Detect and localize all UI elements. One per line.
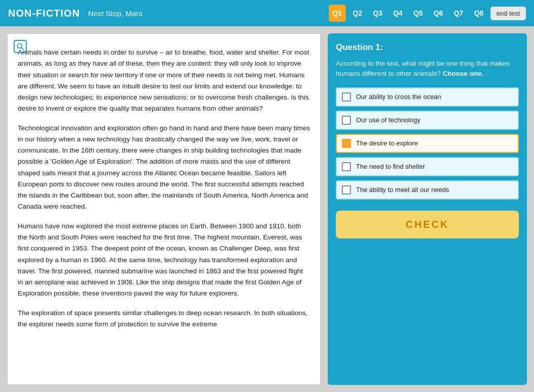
option-checkbox [342,185,351,194]
header: NON-FICTION Next Stop, Mars Q1Q2Q3Q4Q5Q6… [0,0,534,26]
reading-paragraph: Humans have now explored the most extrem… [18,221,310,300]
reading-paragraph: Animals have certain needs in order to s… [18,47,310,115]
svg-line-1 [21,47,23,50]
nav-button-q7[interactable]: Q7 [450,5,467,22]
option-label: Our ability to cross the ocean [356,93,441,101]
answer-option-1[interactable]: Our ability to cross the ocean [336,87,519,107]
option-checkbox [342,92,351,102]
option-label: The ability to meet all our needs [356,186,449,193]
zoom-icon[interactable] [14,40,27,53]
answer-option-3[interactable]: The desire to explore [336,134,519,153]
answer-options: Our ability to cross the oceanOur use of… [336,87,519,200]
option-label: The need to find shelter [356,163,425,170]
question-header: Question 1: [336,42,519,53]
check-button[interactable]: CHECK [336,211,519,238]
nav-button-q3[interactable]: Q3 [369,5,386,22]
reading-text: Animals have certain needs in order to s… [18,47,310,330]
reading-paragraph: Technological innovation and exploration… [18,123,310,213]
nav-button-q1[interactable]: Q1 [329,5,346,22]
question-pane: Question 1: According to the text, what … [328,33,527,385]
main-content: Animals have certain needs in order to s… [0,26,534,392]
option-checkbox [342,116,351,125]
option-label: Our use of technology [356,116,420,124]
reading-pane: Animals have certain needs in order to s… [7,33,321,385]
option-label: The desire to explore [356,139,418,147]
nav-button-q8[interactable]: Q8 [470,5,487,22]
nav-button-q4[interactable]: Q4 [389,5,407,22]
answer-option-4[interactable]: The need to find shelter [336,157,519,176]
nav-button-q6[interactable]: Q6 [430,5,447,22]
answer-option-2[interactable]: Our use of technology [336,111,519,130]
book-title: Next Stop, Mars [88,9,143,18]
reading-paragraph: The exploration of space presents simila… [18,308,310,330]
question-navigation: Q1Q2Q3Q4Q5Q6Q7Q8end test [329,5,526,22]
app-title: NON-FICTION [8,8,80,19]
answer-option-5[interactable]: The ability to meet all our needs [336,180,519,200]
nav-button-q2[interactable]: Q2 [349,5,366,22]
question-body: According to the text, what might be one… [336,59,519,79]
option-checkbox [342,139,351,148]
option-checkbox [342,162,351,171]
nav-button-q5[interactable]: Q5 [410,5,427,22]
end-test-button[interactable]: end test [491,7,526,20]
